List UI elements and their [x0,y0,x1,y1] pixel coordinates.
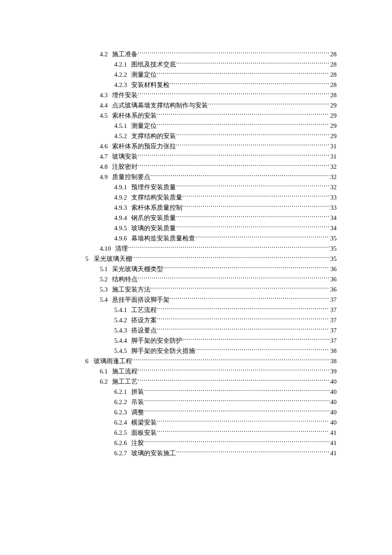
toc-entry-number: 5.2 [100,274,108,284]
toc-entry-number: 4.9.1 [114,182,127,192]
toc-entry-title: 测量定位 [131,69,157,80]
toc-leader-dots [138,91,329,97]
toc-leader-dots [150,285,329,292]
toc-entry: 5.2结构特点36 [85,274,337,284]
toc-entry-title: 支撑结构的安装 [131,131,176,141]
toc-entry-page: 32 [329,172,337,182]
toc-entry-title: 采光玻璃天棚 [94,254,132,264]
toc-entry-page: 36 [329,274,337,284]
toc-entry: 5.4.2搭设方案37 [85,315,337,325]
toc-entry: 6.2.4横梁安装40 [85,417,337,428]
toc-entry: 5.3施工安装方法36 [85,284,337,295]
toc-leader-dots [182,336,329,343]
toc-entry-page: 36 [329,264,337,274]
toc-entry: 4.2.2测量定位28 [85,69,337,80]
toc-leader-dots [138,275,329,281]
toc-entry: 4.8注胶密封32 [85,162,337,172]
toc-entry-title: 调整 [131,407,144,417]
toc-entry-page: 28 [329,59,337,69]
toc-page: 4.2施工准备284.2.1图纸及技术交底284.2.2测量定位284.2.3安… [0,0,392,458]
toc-entry: 4.9.5玻璃的安装质量34 [85,223,337,233]
toc-entry-number: 4.5.1 [114,121,127,131]
toc-entry-title: 脚手架的安全防护 [131,335,182,346]
toc-entry-page: 36 [329,284,337,295]
toc-entry: 4.7玻璃安装31 [85,151,337,162]
toc-leader-dots [195,347,329,353]
toc-leader-dots [163,265,329,271]
toc-entry-page: 35 [329,254,337,264]
toc-leader-dots [138,152,329,159]
toc-entry-page: 38 [329,356,337,366]
toc-entry-number: 4.3 [100,90,108,100]
toc-entry-number: 6.2.7 [114,448,127,458]
toc-leader-dots [176,132,329,138]
toc-entry: 6.2施工工艺40 [85,376,337,387]
toc-entry-page: 34 [329,213,337,223]
toc-leader-dots [144,387,329,394]
toc-leader-dots [132,357,330,363]
toc-entry-title: 质量控制要点 [112,172,150,182]
toc-entry-page: 38 [329,346,337,356]
toc-entry-number: 4.9.5 [114,223,127,233]
toc-entry-page: 35 [329,243,337,254]
toc-leader-dots [138,367,329,373]
toc-leader-dots [144,398,329,404]
toc-entry-title: 点式玻璃幕墙支撑结构制作与安装 [112,100,208,110]
toc-leader-dots [176,60,329,66]
toc-entry-title: 清理 [115,243,128,254]
toc-entry-page: 41 [329,438,337,448]
toc-entry-page: 29 [329,100,337,110]
toc-entry: 4.3埋件安装28 [85,90,337,100]
toc-entry-number: 5.4.1 [114,305,127,315]
toc-entry-page: 39 [329,366,337,376]
toc-entry-number: 4.8 [100,162,108,172]
toc-entry: 6.2.6注胶41 [85,438,337,448]
toc-entry: 4.9.4钢爪的安装质量34 [85,213,337,223]
toc-leader-dots [138,377,329,384]
toc-entry-number: 6.2.4 [114,417,127,428]
toc-entry-page: 40 [329,407,337,417]
toc-entry-number: 4.2 [100,49,108,59]
toc-entry: 6.2.3调整40 [85,407,337,417]
toc-entry-page: 28 [329,69,337,80]
toc-entry-title: 面板安装 [131,428,157,438]
toc-entry-number: 6.2.5 [114,428,127,438]
toc-entry-title: 采光玻璃天棚类型 [112,264,163,274]
toc-entry: 6.1施工流程39 [85,366,337,376]
toc-entry-page: 40 [329,387,337,397]
toc-entry-page: 32 [329,182,337,192]
toc-entry-title: 施工安装方法 [112,284,150,295]
toc-entry: 5.4悬挂平面搭设脚手架37 [85,295,337,305]
toc-entry-title: 支撑结构安装质量 [131,192,182,202]
toc-entry-page: 29 [329,110,337,121]
toc-entry-page: 33 [329,192,337,202]
toc-entry-number: 5.4 [100,295,108,305]
toc-entry-page: 28 [329,49,337,59]
toc-entry-page: 29 [329,121,337,131]
toc-entry: 4.6索杆体系的预应力张拉31 [85,141,337,151]
toc-entry-title: 玻璃雨蓬工程 [94,356,132,366]
toc-entry-title: 图纸及技术交底 [131,59,176,69]
toc-entry-number: 4.9 [100,172,108,182]
toc-leader-dots [157,326,329,332]
toc-entry-title: 索杆体系的预应力张拉 [112,141,176,151]
toc-entry-page: 37 [329,295,337,305]
toc-entry-title: 索杆体系的安装 [112,110,157,121]
toc-leader-dots [176,183,329,189]
toc-entry-page: 41 [329,428,337,438]
toc-entry: 4.9.6幕墙构造安装质量检查35 [85,233,337,243]
toc-entry-number: 4.5 [100,110,108,121]
toc-entry-number: 5.4.2 [114,315,127,325]
toc-leader-dots [176,224,329,230]
toc-entry: 5采光玻璃天棚35 [85,254,337,264]
toc-entry: 4.9.1预埋件安装质量32 [85,182,337,192]
toc-leader-dots [157,121,329,128]
toc-entry-title: 玻璃安装 [112,151,138,162]
toc-entry-number: 5.4.3 [114,325,127,335]
toc-entry-number: 6 [85,356,89,366]
toc-entry-number: 4.9.6 [114,233,127,243]
toc-entry-page: 37 [329,335,337,346]
toc-entry-number: 4.2.1 [114,59,127,69]
toc-entry-title: 施工准备 [112,49,138,59]
toc-entry-title: 幕墙构造安装质量检查 [131,233,195,243]
